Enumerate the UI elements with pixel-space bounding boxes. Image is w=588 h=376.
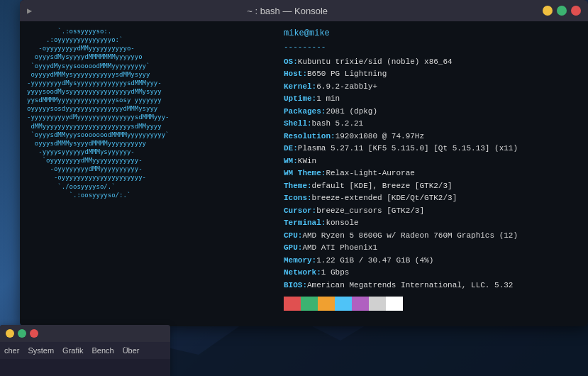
small-terminal-window: cher System Grafik Bench Über [0,325,170,376]
key-gpu: GPU: [284,242,302,254]
key-icons: Icons: [284,192,312,204]
color-block-light [369,297,386,311]
val-packages: 2081 (dpkg) [326,106,377,118]
arrow-icon: ▶ [27,6,32,16]
info-memory: Memory: 1.22 GiB / 30.47 GiB (4%) [284,255,579,267]
menu-item-grafik[interactable]: Grafik [62,346,83,355]
val-wm-theme: Relax-Light-Aurorae [326,167,414,179]
small-maximize-button[interactable] [18,329,26,338]
menu-item-uber[interactable]: Über [123,346,140,355]
val-icons: breeze-extended [KDE/Qt/GTK2/3] [312,192,457,204]
maximize-button[interactable] [557,6,567,16]
info-cursor: Cursor: breeze_cursors [GTK2/3] [284,205,579,217]
user-host-label: mike@mike [284,27,579,40]
key-terminal: Terminal: [284,217,326,229]
info-host: Host: B650 PG Lightning [284,68,579,80]
key-os: OS: [284,56,298,68]
info-wm-theme: WM Theme: Relax-Light-Aurorae [284,167,579,179]
small-minimize-button[interactable] [6,329,14,338]
color-block-yellow [318,297,335,311]
val-shell: bash 5.2.21 [312,118,364,130]
key-host: Host: [284,68,307,80]
konsole-window: ▶ ~ : bash — Konsole `.:ossyyyyso:. .:oy… [20,0,588,326]
color-block-purple [352,297,369,311]
info-resolution: Resolution: 1920x1080 @ 74.97Hz [284,131,579,143]
window-title: ~ : bash — Konsole [32,6,543,16]
color-palette [284,297,579,311]
system-info-panel: mike@mike --------- OS: Kubuntu trixie/s… [275,21,588,326]
info-kernel: Kernel: 6.9.2-zabbly+ [284,81,579,93]
val-theme: default [KDE], Breeze [GTK2/3] [312,180,453,192]
info-os: OS: Kubuntu trixie/sid (noble) x86_64 [284,56,579,68]
val-terminal: konsole [326,217,358,229]
color-block-blue [335,297,352,311]
val-memory: 1.22 GiB / 30.47 GiB (4%) [316,255,433,267]
val-host: B650 PG Lightning [307,68,387,80]
key-theme: Theme: [284,180,312,192]
small-traffic-lights [6,329,38,338]
key-network: Network: [284,267,321,279]
info-gpu: GPU: AMD ATI Phoenix1 [284,242,579,254]
info-network: Network: 1 Gbps [284,267,579,279]
key-resolution: Resolution: [284,131,335,143]
title-bar-left: ▶ [27,6,32,16]
minimize-button[interactable] [543,6,553,16]
key-shell: Shell: [284,118,312,130]
small-close-button[interactable] [30,329,38,338]
menu-item-bench[interactable]: Bench [91,346,113,355]
info-wm: WM: KWin [284,155,579,167]
val-wm: KWin [298,155,316,167]
info-theme: Theme: default [KDE], Breeze [GTK2/3] [284,180,579,192]
info-packages: Packages: 2081 (dpkg) [284,106,579,118]
close-button[interactable] [571,6,581,16]
terminal-body: `.:ossyyyyso:. .:oyyyyyyyyyyyyyyo:` -oyy… [20,21,588,326]
menu-item-cher[interactable]: cher [4,346,19,355]
info-uptime: Uptime: 1 min [284,93,579,105]
small-menu-bar[interactable]: cher System Grafik Bench Über [0,342,170,359]
ascii-art-panel: `.:ossyyyyso:. .:oyyyyyyyyyyyyyyo:` -oyy… [20,21,275,326]
key-kernel: Kernel: [284,81,316,93]
key-cursor: Cursor: [284,205,316,217]
key-wm-theme: WM Theme: [284,167,326,179]
key-de: DE: [284,143,298,155]
traffic-lights [543,6,581,16]
info-terminal: Terminal: konsole [284,217,579,229]
val-de: Plasma 5.27.11 [KF5 5.115.0] [Qt 5.15.13… [298,143,518,155]
val-cpu: AMD Ryzen 5 8600G w/ Radeon 760M Graphic… [302,230,518,242]
key-uptime: Uptime: [284,93,316,105]
val-bios: American Megatrends International, LLC. … [307,280,513,292]
val-kernel: 6.9.2-zabbly+ [316,81,377,93]
info-bios: BIOS: American Megatrends International,… [284,280,579,292]
color-block-white [386,297,403,311]
info-icons: Icons: breeze-extended [KDE/Qt/GTK2/3] [284,192,579,204]
key-packages: Packages: [284,106,326,118]
color-block-green [301,297,318,311]
val-gpu: AMD ATI Phoenix1 [302,242,377,254]
info-cpu: CPU: AMD Ryzen 5 8600G w/ Radeon 760M Gr… [284,230,579,242]
info-de: DE: Plasma 5.27.11 [KF5 5.115.0] [Qt 5.1… [284,143,579,155]
key-wm: WM: [284,155,298,167]
val-cursor: breeze_cursors [GTK2/3] [316,205,424,217]
key-cpu: CPU: [284,230,302,242]
menu-item-system[interactable]: System [28,346,54,355]
val-resolution: 1920x1080 @ 74.97Hz [335,131,424,143]
neofetch-ascii: `.:ossyyyyso:. .:oyyyyyyyyyyyyyyo:` -oyy… [27,27,268,199]
title-bar: ▶ ~ : bash — Konsole [20,0,588,21]
key-bios: BIOS: [284,280,307,292]
val-os: Kubuntu trixie/sid (noble) x86_64 [298,56,453,68]
val-uptime: 1 min [316,93,340,105]
info-shell: Shell: bash 5.2.21 [284,118,579,130]
key-memory: Memory: [284,255,316,267]
small-title-bar [0,325,170,342]
val-network: 1 Gbps [321,267,350,279]
color-block-red [284,297,301,311]
separator-line: --------- [284,41,579,53]
